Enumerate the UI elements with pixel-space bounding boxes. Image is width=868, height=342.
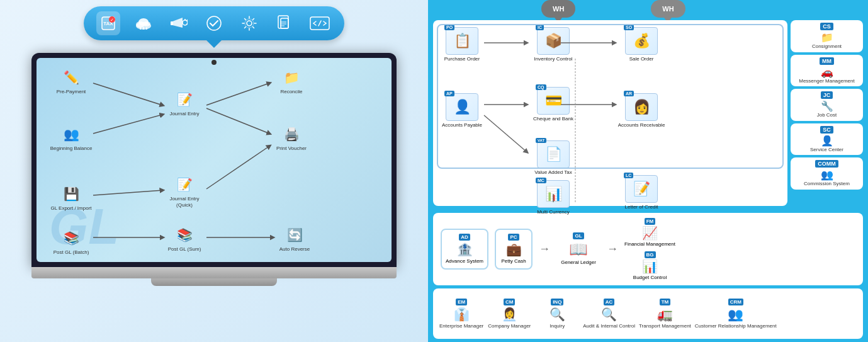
flow-beginning: 👥 Beginning Balance [49, 124, 93, 152]
cloud-icon[interactable] [132, 11, 155, 35]
right-sidebar: CS 📁 Consignment MM 🚗 Messenger Manageme… [791, 20, 863, 210]
svg-line-12 [187, 23, 188, 25]
node-cm[interactable]: CM 👩‍💼 Company Manager [487, 299, 531, 329]
node-pc[interactable]: PC 💼 Petty Cash [495, 229, 533, 270]
laptop-base [31, 267, 397, 278]
wh-bubble-right: WH [651, 0, 685, 18]
node-inq[interactable]: INQ 🔍 Inquiry [535, 299, 579, 329]
flow-printvoucher: 🖨️ Print Voucher [269, 124, 313, 152]
svg-line-11 [187, 20, 188, 21]
flow-journalq: 📝 Journal Entry (Quick) [162, 174, 206, 208]
node-ap[interactable]: AP 👤 Accounts Payable [440, 93, 484, 128]
node-em[interactable]: EM 👔 Enterprise Manager [439, 299, 483, 329]
flow-glexport: 💾 GL Export / Import [49, 184, 93, 212]
svg-line-33 [484, 115, 528, 153]
wh-bubble-left: WH [541, 0, 575, 18]
node-so[interactable]: SO 💰 Sale Order [616, 27, 667, 62]
node-gl[interactable]: GL 📖 General Ledger [556, 232, 600, 266]
svg-line-27 [206, 83, 269, 105]
svg-rect-17 [281, 18, 288, 28]
middle-box: AD 🏦 Advance System PC 💼 Petty Cash → GL… [433, 213, 863, 285]
announcement-icon[interactable] [167, 11, 191, 35]
arrow-ad-gl: → [539, 242, 550, 256]
laptop-stand [151, 278, 277, 286]
cloud-bubbles: WH WH [541, 0, 685, 18]
laptop-screen: GL ✏️ Pre-Payment 👥 Beginning Balance 💾 … [31, 53, 397, 267]
toolbar: TAX ✓ [84, 6, 344, 40]
top-row: PO 📋 Purchase Order AP 👤 Accounts Payabl… [433, 20, 863, 210]
node-bg[interactable]: BG 📊 Budget Control [624, 251, 675, 281]
svg-text:✓: ✓ [110, 18, 114, 22]
sidebar-jobcost[interactable]: JC 🔧 Job Cost [791, 89, 863, 121]
node-po[interactable]: PO 📋 Purchase Order [440, 27, 484, 62]
node-mc[interactable]: MC 📊 Multi Currency [528, 180, 578, 215]
main-diagram-box: PO 📋 Purchase Order AP 👤 Accounts Payabl… [433, 20, 787, 206]
bottom-box: EM 👔 Enterprise Manager CM 👩‍💼 Company M… [433, 288, 863, 339]
sidebar-messenger[interactable]: MM 🚗 Messenger Management [791, 55, 863, 87]
top-diagram-arrows [437, 24, 784, 202]
flow-postglbatch: 📚 Post GL (Batch) [49, 228, 93, 256]
node-fm[interactable]: FM 📈 Financial Management [624, 218, 675, 248]
svg-line-29 [206, 146, 269, 189]
svg-line-25 [93, 190, 162, 195]
check-circle-icon[interactable] [202, 11, 226, 35]
node-ar[interactable]: AR 👩 Accounts Receivable [616, 93, 667, 128]
screen-content: GL ✏️ Pre-Payment 👥 Beginning Balance 💾 … [37, 58, 392, 262]
svg-line-22 [318, 21, 321, 26]
node-ad[interactable]: AD 🏦 Advance System [441, 229, 488, 270]
svg-line-24 [93, 115, 162, 134]
node-crm[interactable]: CRM 👥 Customer Relationship Management [695, 299, 777, 329]
flow-autoreverse: 🔄 Auto Reverse [273, 225, 317, 253]
sidebar-consignment[interactable]: CS 📁 Consignment [791, 20, 863, 52]
svg-point-15 [245, 19, 254, 28]
svg-point-13 [207, 16, 221, 30]
sidebar-servicecenter[interactable]: SC 👤 Service Center [791, 123, 863, 156]
flow-reconcile: 📁 Reconcile [269, 67, 313, 95]
arrow-gl-fm: → [607, 242, 618, 256]
svg-line-23 [93, 83, 162, 105]
code-icon[interactable] [308, 11, 332, 35]
left-panel: TAX ✓ [0, 0, 428, 342]
sidebar-commission[interactable]: COMM 👥 Commission System [791, 157, 863, 190]
node-ic[interactable]: IC 📦 Inventory Control [528, 27, 578, 62]
node-tm[interactable]: TM 🚛 Transport Management [639, 299, 691, 329]
svg-point-14 [247, 21, 252, 26]
fm-bg-group: FM 📈 Financial Management BG 📊 Budget Co… [624, 218, 675, 280]
document-icon[interactable] [273, 11, 296, 35]
tax-icon[interactable]: TAX ✓ [96, 11, 120, 35]
svg-rect-8 [171, 21, 173, 25]
node-lc[interactable]: LC 📝 Letter of Credit [616, 175, 667, 210]
node-ac[interactable]: AC 🔍 Audit & Internal Control [583, 299, 635, 329]
node-cq[interactable]: CQ 💳 Cheque and Bank [528, 87, 578, 122]
node-vat[interactable]: VAT 📄 Value Added Tax [528, 140, 578, 176]
flow-journal: 📝 Journal Entry [162, 89, 206, 117]
settings-icon[interactable] [237, 11, 261, 35]
camera [211, 60, 217, 65]
right-panel: WH WH PO 📋 Purc [428, 0, 868, 342]
right-content: PO 📋 Purchase Order AP 👤 Accounts Payabl… [428, 0, 868, 342]
laptop: GL ✏️ Pre-Payment 👥 Beginning Balance 💾 … [31, 53, 397, 292]
svg-point-9 [183, 20, 188, 25]
flow-prepayment: ✏️ Pre-Payment [49, 67, 93, 95]
svg-point-7 [138, 18, 149, 26]
flow-postglsum: 📚 Post GL (Sum) [162, 225, 206, 253]
svg-line-28 [206, 108, 269, 134]
